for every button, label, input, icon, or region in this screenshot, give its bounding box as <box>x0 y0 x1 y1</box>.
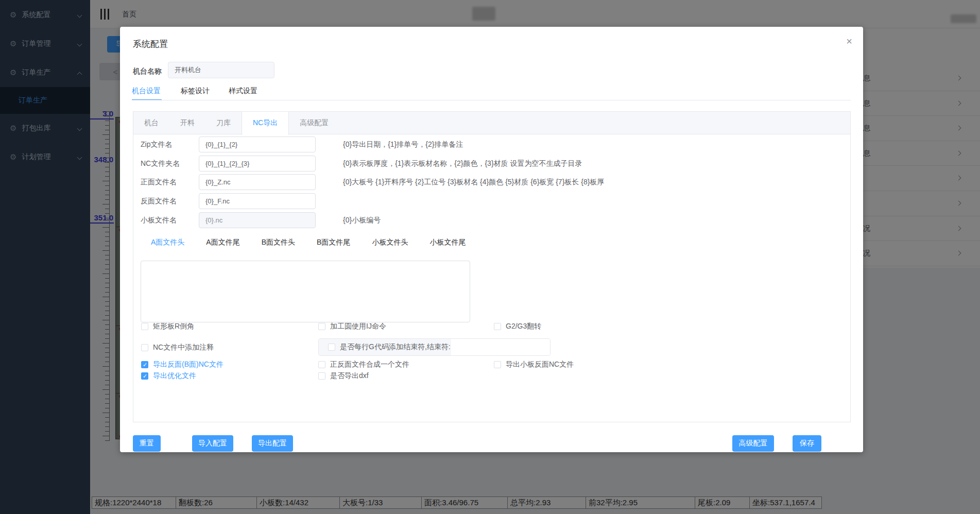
gcode-terminator-input[interactable] <box>451 339 550 355</box>
checkbox-merge-front-back[interactable]: 正反面文件合成一个文件 <box>318 359 409 370</box>
tab-cutting[interactable]: 开料 <box>169 112 205 134</box>
small-filename-label: 小板文件名 <box>141 212 197 228</box>
zip-filename-input[interactable] <box>199 136 316 152</box>
checkbox-export-small-back-nc[interactable]: 导出小板反面NC文件 <box>494 359 574 370</box>
small-filename-hint: {0}小板编号 <box>343 212 381 228</box>
system-config-dialog: 系统配置 × 机台名称 机台设置 标签设计 样式设置 机台 开料 刀库 NC导出… <box>120 27 863 452</box>
tab-tool-lib[interactable]: 刀库 <box>205 112 242 134</box>
tab-nc-export[interactable]: NC导出 <box>242 112 289 135</box>
tab-advanced[interactable]: 高级配置 <box>289 112 339 134</box>
checkbox-icon <box>328 344 335 351</box>
checkbox-icon <box>318 372 325 380</box>
nc-folder-input[interactable] <box>199 156 316 172</box>
close-icon[interactable]: × <box>843 35 855 47</box>
nc-folder-label: NC文件夹名 <box>141 156 197 172</box>
tab-style-settings[interactable]: 样式设置 <box>229 87 257 96</box>
back-filename-label: 反面文件名 <box>141 193 197 209</box>
small-filename-input[interactable] <box>199 212 316 228</box>
file-header-textarea[interactable] <box>141 261 470 322</box>
tab-small-footer[interactable]: 小板文件尾 <box>429 238 466 247</box>
checkbox-rect-r-chamfer[interactable]: 矩形板R倒角 <box>141 321 194 332</box>
file-section-tabs: A面文件头 A面文件尾 B面文件头 B面文件尾 小板文件头 小板文件尾 <box>151 238 466 247</box>
tab-small-header[interactable]: 小板文件头 <box>372 238 408 247</box>
checkbox-icon <box>318 361 325 368</box>
checkbox-export-back-nc[interactable]: 导出反面(B面)NC文件 <box>141 359 223 370</box>
checkbox-g2g3-flip[interactable]: G2/G3翻转 <box>494 321 541 332</box>
checkbox-circle-ij[interactable]: 加工圆使用IJ命令 <box>318 321 386 332</box>
checkbox-icon <box>318 323 325 330</box>
back-filename-input[interactable] <box>199 193 316 209</box>
dialog-title: 系统配置 <box>133 38 168 50</box>
tab-a-face-header[interactable]: A面文件头 <box>151 238 184 247</box>
zip-filename-label: Zip文件名 <box>141 136 197 152</box>
checkbox-gcode-terminator[interactable]: 是否每行G代码添加结束符,结束符: <box>319 339 451 355</box>
checkbox-export-dxf[interactable]: 是否导出dxf <box>318 371 369 381</box>
gcode-terminator-group: 是否每行G代码添加结束符,结束符: <box>318 338 551 356</box>
tab-divider <box>132 100 851 100</box>
machine-name-input[interactable] <box>168 62 274 78</box>
checkbox-checked-icon <box>141 361 148 368</box>
checkbox-export-optimized[interactable]: 导出优化文件 <box>141 371 196 381</box>
tab-b-face-header[interactable]: B面文件头 <box>262 238 295 247</box>
machine-name-label: 机台名称 <box>133 63 162 79</box>
tab-b-face-footer[interactable]: B面文件尾 <box>317 238 350 247</box>
checkbox-icon <box>141 323 148 330</box>
nc-folder-hint: {0}表示板厚度，{1}表示板材名称，{2}颜色，{3}材质 设置为空不生成子目… <box>343 156 582 172</box>
app-root: ⚙ 系统配置 ⚙ 订单管理 ⚙ 订单生产 订单生产 ⚙ 打包出库 ⚙ 计划管理 <box>0 0 980 514</box>
zip-filename-hint: {0}导出日期，{1}排单号，{2}排单备注 <box>343 136 463 152</box>
tab-a-face-footer[interactable]: A面文件尾 <box>206 238 239 247</box>
front-filename-label: 正面文件名 <box>141 174 197 190</box>
checkbox-checked-icon <box>141 372 148 380</box>
machine-settings-panel: 机台 开料 刀库 NC导出 高级配置 Zip文件名 {0}导出日期，{1}排单号… <box>133 111 851 422</box>
front-filename-hint: {0}大板号 {1}开料序号 {2}工位号 {3}板材名 {4}颜色 {5}材质… <box>343 174 604 190</box>
inner-tab-bar: 机台 开料 刀库 NC导出 高级配置 <box>133 112 850 134</box>
tab-machine[interactable]: 机台 <box>133 112 169 134</box>
checkbox-icon <box>494 361 501 368</box>
tab-machine-settings[interactable]: 机台设置 <box>132 87 161 96</box>
front-filename-input[interactable] <box>199 174 316 190</box>
checkbox-nc-comment[interactable]: NC文件中添加注释 <box>141 342 214 353</box>
reset-button[interactable]: 重置 <box>133 435 161 452</box>
checkbox-icon <box>494 323 501 330</box>
advanced-config-button[interactable]: 高级配置 <box>732 435 774 452</box>
checkbox-icon <box>141 344 148 351</box>
save-button[interactable]: 保存 <box>793 435 821 452</box>
export-config-button[interactable]: 导出配置 <box>252 435 293 452</box>
tab-label-design[interactable]: 标签设计 <box>181 87 210 96</box>
import-config-button[interactable]: 导入配置 <box>192 435 233 452</box>
